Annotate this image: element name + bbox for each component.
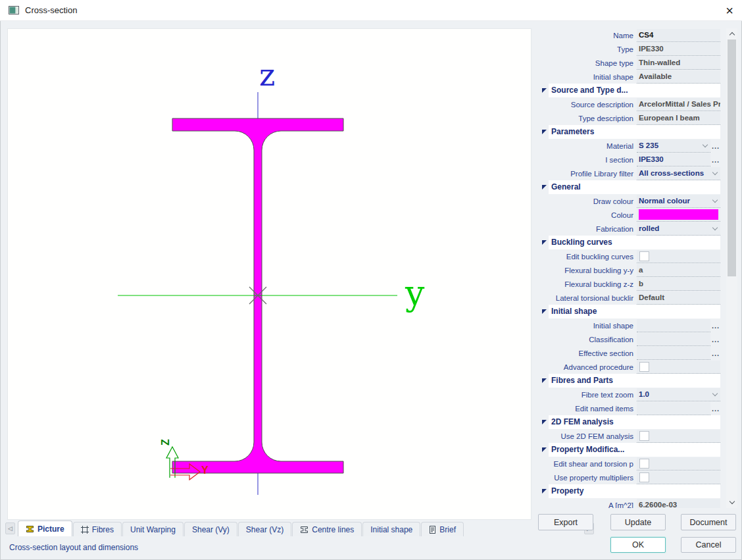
- property-section-row[interactable]: Buckling curves: [541, 236, 724, 249]
- property-row[interactable]: Edit shear and torsion p: [541, 457, 724, 471]
- checkbox[interactable]: [639, 459, 649, 469]
- ellipsis-button[interactable]: ...: [710, 142, 722, 150]
- chevron-down-icon[interactable]: [712, 224, 718, 230]
- property-row[interactable]: Initial shapeAvailable: [541, 70, 724, 84]
- scrollbar[interactable]: [726, 28, 737, 508]
- colour-swatch[interactable]: [639, 209, 718, 220]
- property-value-cell[interactable]: S 235: [637, 140, 710, 153]
- property-value-cell[interactable]: [637, 402, 710, 415]
- property-row[interactable]: TypeIPE330: [541, 42, 724, 56]
- property-value-cell[interactable]: [637, 209, 720, 222]
- property-value-cell[interactable]: Available: [637, 70, 720, 84]
- property-section-row[interactable]: General: [541, 180, 724, 194]
- property-section-row[interactable]: 2D FEM analysis: [541, 415, 724, 429]
- collapse-triangle-icon[interactable]: [542, 489, 547, 494]
- checkbox[interactable]: [639, 251, 649, 261]
- scrollbar-thumb[interactable]: [728, 39, 736, 276]
- collapse-triangle-icon[interactable]: [542, 88, 547, 93]
- property-row[interactable]: Source descriptionArcelorMittal / Sales …: [541, 97, 724, 111]
- ok-button[interactable]: OK: [610, 537, 666, 553]
- tab-unit-warping[interactable]: Unit Warping: [122, 522, 184, 536]
- property-row[interactable]: Flexural buckling y-ya: [541, 263, 724, 277]
- property-row[interactable]: Fibre text zoom1.0: [541, 388, 724, 401]
- property-value-cell[interactable]: [637, 333, 710, 346]
- close-icon[interactable]: ×: [726, 4, 733, 17]
- tab-initial-shape[interactable]: Initial shape: [362, 522, 420, 536]
- property-row[interactable]: A [m^2]6.2600e-03: [541, 498, 724, 508]
- property-row[interactable]: Profile Library filterAll cross-sections: [541, 166, 724, 180]
- property-value-cell[interactable]: [637, 250, 720, 263]
- property-value-cell[interactable]: [637, 347, 710, 360]
- tab-shear-vy[interactable]: Shear (Vy): [184, 522, 237, 536]
- property-value-cell[interactable]: [637, 430, 720, 443]
- property-row[interactable]: Initial shape...: [541, 318, 724, 332]
- collapse-triangle-icon[interactable]: [542, 420, 547, 424]
- property-value-cell[interactable]: a: [637, 264, 720, 277]
- property-row[interactable]: Edit named items...: [541, 401, 724, 415]
- property-value-cell[interactable]: [637, 361, 720, 374]
- tab-shear-vz[interactable]: Shear (Vz): [238, 522, 291, 536]
- property-section-row[interactable]: Parameters: [541, 125, 724, 139]
- chevron-down-icon[interactable]: [712, 390, 718, 395]
- property-row[interactable]: Shape typeThin-walled: [541, 56, 724, 70]
- property-row[interactable]: NameCS4: [541, 28, 724, 42]
- checkbox[interactable]: [639, 472, 649, 482]
- property-row[interactable]: Effective section...: [541, 346, 724, 360]
- cross-section-canvas[interactable]: z y Z Y: [7, 28, 532, 520]
- collapse-triangle-icon[interactable]: [542, 447, 547, 452]
- property-row[interactable]: Flexural buckling z-zb: [541, 277, 724, 291]
- chevron-down-icon[interactable]: [712, 197, 718, 202]
- property-row[interactable]: Use 2D FEM analysis: [541, 429, 724, 443]
- property-row[interactable]: Type descriptionEuropean I beam: [541, 111, 724, 125]
- property-section-row[interactable]: Fibres and Parts: [541, 374, 724, 388]
- property-value-cell[interactable]: IPE330: [637, 43, 720, 56]
- property-value-cell[interactable]: ArcelorMittal / Sales Pr: [637, 98, 720, 111]
- property-value-cell[interactable]: 6.2600e-03: [637, 499, 720, 509]
- scroll-up-icon[interactable]: [726, 28, 737, 39]
- tab-picture[interactable]: Picture: [18, 521, 72, 536]
- property-value-cell[interactable]: CS4: [637, 29, 720, 42]
- document-button[interactable]: Document: [681, 514, 736, 530]
- property-row[interactable]: Fabricationrolled: [541, 222, 724, 236]
- property-row[interactable]: Lateral torsional bucklirDefault: [541, 291, 724, 305]
- property-row[interactable]: Colour: [541, 208, 724, 222]
- ellipsis-button[interactable]: ...: [710, 405, 722, 413]
- collapse-triangle-icon[interactable]: [542, 240, 547, 245]
- property-value-cell[interactable]: [637, 319, 710, 332]
- ellipsis-button[interactable]: ...: [710, 156, 722, 164]
- property-value-cell[interactable]: All cross-sections: [637, 167, 720, 180]
- property-row[interactable]: I sectionIPE330...: [541, 153, 724, 166]
- property-section-row[interactable]: Initial shape: [541, 305, 724, 318]
- scroll-down-icon[interactable]: [726, 497, 737, 508]
- property-row[interactable]: MaterialS 235...: [541, 139, 724, 153]
- property-row[interactable]: Classification...: [541, 332, 724, 346]
- property-value-cell[interactable]: rolled: [637, 222, 720, 236]
- property-value-cell[interactable]: European I beam: [637, 112, 720, 125]
- property-value-cell[interactable]: [637, 457, 720, 471]
- property-row[interactable]: Draw colourNormal colour: [541, 194, 724, 208]
- ellipsis-button[interactable]: ...: [710, 336, 722, 344]
- tab-brief[interactable]: Brief: [421, 522, 464, 536]
- collapse-triangle-icon[interactable]: [542, 309, 547, 314]
- ellipsis-button[interactable]: ...: [710, 322, 722, 330]
- property-row[interactable]: Use property multipliers: [541, 471, 724, 484]
- property-section-row[interactable]: Source and Type d...: [541, 84, 724, 97]
- property-row[interactable]: Edit buckling curves: [541, 249, 724, 263]
- property-value-cell[interactable]: 1.0: [637, 388, 720, 401]
- property-value-cell[interactable]: Thin-walled: [637, 57, 720, 70]
- checkbox[interactable]: [639, 362, 649, 372]
- property-section-row[interactable]: Property: [541, 484, 724, 498]
- update-button[interactable]: Update: [610, 514, 666, 530]
- chevron-down-icon[interactable]: [703, 141, 708, 147]
- property-row[interactable]: Advanced procedure: [541, 360, 724, 374]
- property-value-cell[interactable]: Default: [637, 292, 720, 305]
- tab-scroll-left-icon[interactable]: ◁: [5, 522, 15, 534]
- property-value-cell[interactable]: Normal colour: [637, 195, 720, 208]
- collapse-triangle-icon[interactable]: [542, 378, 547, 383]
- export-button[interactable]: Export: [538, 514, 593, 530]
- checkbox[interactable]: [639, 431, 649, 441]
- property-value-cell[interactable]: b: [637, 278, 720, 291]
- property-value-cell[interactable]: [637, 471, 720, 484]
- tab-centre-lines[interactable]: Centre lines: [292, 522, 362, 536]
- cancel-button[interactable]: Cancel: [681, 537, 736, 553]
